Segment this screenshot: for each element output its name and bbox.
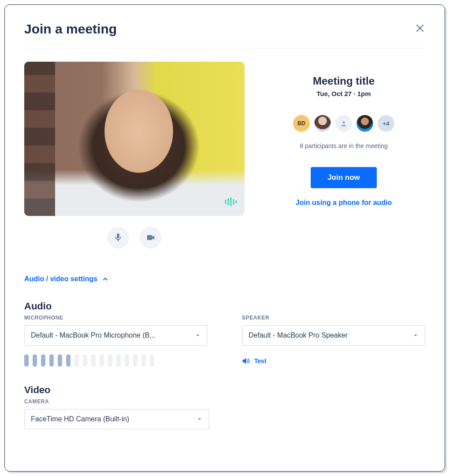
participants-count: 8 participants are in the meeting bbox=[300, 142, 387, 149]
meter-bar bbox=[108, 354, 112, 367]
speaker-select[interactable]: Default - MacBook Pro Speaker bbox=[242, 325, 425, 346]
camera-icon bbox=[146, 233, 156, 242]
camera-value: FaceTime HD Camera (Built-in) bbox=[31, 415, 129, 423]
av-settings-toggle[interactable]: Audio / video settings bbox=[24, 275, 425, 283]
meter-bar bbox=[116, 354, 121, 367]
meter-bar bbox=[58, 354, 62, 367]
meeting-datetime: Tue, Oct 27 · 1pm bbox=[316, 90, 371, 97]
microphone-icon bbox=[113, 233, 123, 242]
meeting-title: Meeting title bbox=[313, 75, 375, 87]
top-section: Meeting title Tue, Oct 27 · 1pm BD +4 8 … bbox=[24, 62, 425, 249]
meter-bar bbox=[91, 354, 96, 367]
divider bbox=[24, 48, 425, 48]
speaker-label: SPEAKER bbox=[242, 315, 425, 321]
mic-level-meter bbox=[24, 354, 208, 367]
meter-bar bbox=[133, 354, 137, 367]
close-icon bbox=[415, 23, 425, 33]
test-speaker-label: Test bbox=[254, 357, 267, 364]
join-now-button[interactable]: Join now bbox=[311, 167, 377, 188]
speaker-value: Default - MacBook Pro Speaker bbox=[249, 331, 348, 339]
meter-bar bbox=[74, 354, 79, 367]
avatar[interactable] bbox=[356, 115, 373, 132]
meter-bar bbox=[141, 354, 146, 367]
caret-down-icon bbox=[197, 416, 203, 422]
meter-bar bbox=[66, 354, 71, 367]
mute-mic-button[interactable] bbox=[107, 227, 129, 249]
meter-bar bbox=[49, 354, 54, 367]
caret-down-icon bbox=[195, 332, 201, 338]
preview-column bbox=[24, 62, 245, 249]
avatar-placeholder[interactable] bbox=[335, 115, 352, 132]
avatar-overflow[interactable]: +4 bbox=[378, 115, 394, 132]
camera-label: CAMERA bbox=[24, 398, 209, 405]
video-preview bbox=[24, 62, 245, 216]
test-speaker-button[interactable]: Test bbox=[242, 357, 425, 365]
meter-bar bbox=[100, 354, 104, 367]
audio-level-icon bbox=[224, 197, 238, 208]
camera-select[interactable]: FaceTime HD Camera (Built-in) bbox=[24, 409, 209, 429]
meter-bar bbox=[33, 354, 37, 367]
caret-down-icon bbox=[412, 332, 419, 338]
svg-point-10 bbox=[342, 121, 345, 123]
microphone-select[interactable]: Default - MacBook Pro Microphone (B... bbox=[24, 325, 208, 346]
meter-bar bbox=[41, 354, 45, 367]
microphone-label: MICROPHONE bbox=[24, 315, 208, 321]
speaker-icon bbox=[242, 357, 250, 365]
av-settings-label: Audio / video settings bbox=[24, 275, 97, 283]
meter-bar bbox=[83, 354, 87, 367]
join-by-phone-link[interactable]: Join using a phone for audio bbox=[296, 199, 392, 207]
audio-heading: Audio bbox=[24, 301, 425, 312]
person-icon bbox=[340, 120, 347, 127]
preview-controls bbox=[24, 227, 245, 249]
microphone-value: Default - MacBook Pro Microphone (B... bbox=[31, 331, 156, 339]
avatar[interactable] bbox=[314, 115, 331, 132]
meeting-info-column: Meeting title Tue, Oct 27 · 1pm BD +4 8 … bbox=[262, 62, 425, 249]
toggle-camera-button[interactable] bbox=[140, 227, 162, 249]
modal-title: Join a meeting bbox=[24, 22, 117, 37]
join-meeting-modal: Join a meeting bbox=[4, 4, 445, 472]
meter-bar bbox=[125, 354, 129, 367]
video-heading: Video bbox=[24, 384, 425, 396]
audio-row: MICROPHONE Default - MacBook Pro Microph… bbox=[24, 315, 425, 367]
svg-rect-7 bbox=[117, 234, 119, 238]
chevron-up-icon bbox=[102, 275, 109, 283]
video-row: CAMERA FaceTime HD Camera (Built-in) bbox=[24, 398, 425, 429]
close-button[interactable] bbox=[415, 23, 425, 35]
meter-bar bbox=[24, 354, 29, 367]
avatar-initials[interactable]: BD bbox=[293, 115, 310, 132]
meter-bar bbox=[150, 354, 154, 367]
modal-header: Join a meeting bbox=[24, 22, 425, 37]
svg-rect-9 bbox=[147, 235, 152, 240]
svg-marker-11 bbox=[243, 359, 246, 364]
participant-avatars: BD +4 bbox=[293, 115, 394, 132]
